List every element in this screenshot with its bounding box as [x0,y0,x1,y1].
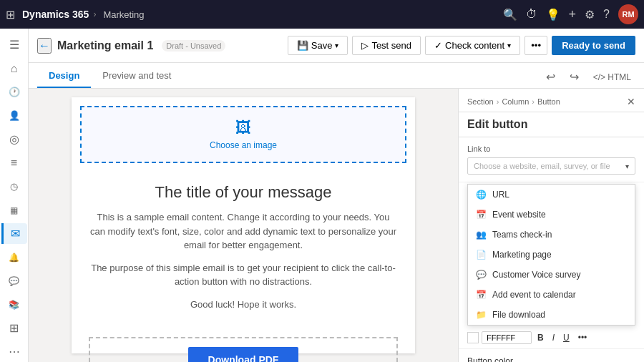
image-placeholder-label: Choose an image [210,140,277,150]
back-button[interactable]: ← [37,38,52,54]
marketing-page-icon: 📄 [475,249,487,260]
email-body-text-3[interactable]: Good luck! Hope it works. [89,298,398,312]
tab-preview[interactable]: Preview and test [91,64,182,88]
nav-module: Marketing [103,9,144,20]
link-to-section: Link to Choose a website, email, survey,… [459,137,644,182]
email-canvas: 🖼 Choose an image The title of your mess… [29,89,458,362]
html-button[interactable]: </> HTML [589,71,635,84]
sidebar-item-recent[interactable]: 🕐 [1,82,27,102]
content-row: 🖼 Choose an image The title of your mess… [29,89,644,362]
tab-design[interactable]: Design [37,64,91,88]
email-body-text-2[interactable]: The purpose of this simple email is to g… [89,261,398,289]
dropdown-item-url[interactable]: 🌐 URL [468,185,635,205]
email-content-container: 🖼 Choose an image The title of your mess… [72,97,415,353]
sidebar-item-alerts[interactable]: 🔔 [1,247,27,268]
file-download-icon: 📁 [475,309,487,321]
avatar[interactable]: RM [618,4,638,24]
italic-button[interactable]: I [550,331,557,344]
redo-button[interactable]: ↪ [565,69,583,85]
teams-icon: 👥 [475,229,487,240]
sidebar-item-analytics[interactable]: ◷ [1,176,27,197]
save-icon: 💾 [297,40,308,51]
dropdown-label-marketing-page: Marketing page [492,250,552,260]
voice-survey-icon: 💬 [475,269,487,280]
breadcrumb-sep1: › [497,97,499,106]
sidebar-item-library[interactable]: 📚 [1,294,27,315]
dropdown-item-teams[interactable]: 👥 Teams check-in [468,225,635,245]
settings-icon[interactable]: ⚙ [585,8,595,21]
sidebar-item-segments[interactable]: ◎ [1,129,27,150]
nav-chevron: › [93,9,96,19]
sidebar-item-events[interactable]: ▦ [1,200,27,220]
email-message-title[interactable]: The title of your message [89,183,398,202]
dropdown-label-add-event: Add event to calendar [492,290,576,300]
breadcrumb-column[interactable]: Column [502,97,529,106]
more-button[interactable]: ••• [525,36,547,55]
tab-actions: ↩ ↪ </> HTML [542,69,635,88]
add-icon[interactable]: + [569,7,577,22]
dropdown-item-voice-survey[interactable]: 💬 Customer Voice survey [468,265,635,285]
bold-button[interactable]: B [535,331,547,344]
link-to-dropdown[interactable]: Choose a website, email, survey, or file… [467,157,635,175]
sidebar-item-home[interactable]: ⌂ [1,58,27,79]
event-website-icon: 📅 [475,209,487,220]
text-color-input[interactable] [482,331,532,344]
button-color-label: Button color [467,356,635,362]
email-title: Marketing email 1 [57,39,153,52]
check-content-button[interactable]: ✓ Check content ▾ [425,36,520,55]
link-placeholder: Choose a website, email, survey, or file [474,162,610,170]
nav-right-actions: 🔍 ⏱ 💡 + ⚙ ? RM [503,4,638,24]
sidebar-item-email[interactable]: ✉ [1,223,27,244]
cta-button[interactable]: Download PDF [188,347,299,362]
grid-icon[interactable]: ⊞ [6,8,15,21]
main-area: ← Marketing email 1 Draft - Unsaved 💾 Sa… [29,29,644,362]
email-cta-section[interactable]: Download PDF [89,337,398,362]
button-color-section: Button color [459,349,644,362]
breadcrumb-button[interactable]: Button [537,97,560,106]
dropdown-label-teams: Teams check-in [492,230,552,240]
save-chevron: ▾ [335,41,338,49]
panel-close-button[interactable]: ✕ [627,96,635,107]
top-nav: ⊞ Dynamics 365 › Marketing 🔍 ⏱ 💡 + ⚙ ? R… [0,0,644,29]
link-to-label: Link to [467,145,635,153]
ready-to-send-button[interactable]: Ready to send [552,36,635,55]
sidebar-item-more[interactable]: ⋯ [1,341,27,362]
text-color-swatch[interactable] [467,332,479,343]
check-chevron: ▾ [507,41,511,49]
undo-button[interactable]: ↩ [542,69,560,85]
draft-status: Draft - Unsaved [162,40,225,52]
dropdown-item-marketing-page[interactable]: 📄 Marketing page [468,245,635,265]
link-dropdown-menu: 🌐 URL 📅 Event website 👥 Teams check-in 📄… [467,184,635,326]
test-send-button[interactable]: ▷ Test send [352,36,421,55]
app-name: Dynamics 365 [22,9,89,20]
dropdown-label-voice-survey: Customer Voice survey [492,270,580,280]
breadcrumb-section[interactable]: Section [467,97,494,106]
sidebar-item-hamburger[interactable]: ☰ [1,34,27,55]
sidebar-item-contacts[interactable]: 👤 [1,105,27,126]
save-button[interactable]: 💾 Save ▾ [288,36,348,55]
more-format-button[interactable]: ••• [575,331,590,344]
add-event-icon: 📅 [475,289,487,300]
check-icon: ✓ [434,40,442,51]
sidebar-item-campaigns[interactable]: ≡ [1,152,27,173]
panel-title: Edit button [459,112,644,137]
tab-bar: Design Preview and test ↩ ↪ </> HTML [29,63,644,89]
sidebar-item-settings2[interactable]: ⊞ [1,318,27,338]
dropdown-item-event-website[interactable]: 📅 Event website [468,205,635,225]
url-icon: 🌐 [475,189,487,200]
underline-button[interactable]: U [560,331,572,344]
dropdown-item-file-download[interactable]: 📁 File download [468,305,635,325]
dropdown-chevron: ▾ [625,162,629,170]
email-body-text-1[interactable]: This is a sample email content. Change i… [89,210,398,253]
lightbulb-icon[interactable]: 💡 [546,8,560,21]
email-image-section[interactable]: 🖼 Choose an image [80,106,406,163]
dropdown-label-file-download: File download [492,310,545,320]
dropdown-item-add-event[interactable]: 📅 Add event to calendar [468,285,635,305]
right-panel: Section › Column › Button ✕ Edit button … [458,89,644,362]
timer-icon[interactable]: ⏱ [526,8,537,21]
search-icon[interactable]: 🔍 [503,8,517,21]
secondary-header: ← Marketing email 1 Draft - Unsaved 💾 Sa… [29,29,644,63]
dropdown-label-event-website: Event website [492,210,546,220]
help-icon[interactable]: ? [603,8,610,21]
sidebar-item-chat[interactable]: 💬 [1,270,27,291]
